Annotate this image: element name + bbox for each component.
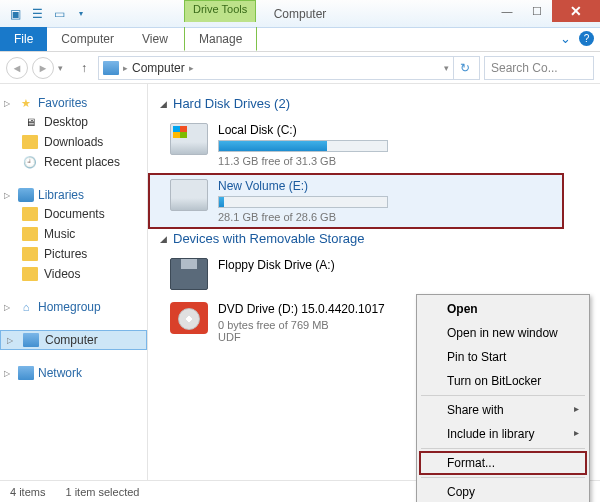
- close-button[interactable]: ✕: [552, 0, 600, 22]
- dvd-icon: [170, 302, 208, 334]
- ctx-copy[interactable]: Copy: [419, 480, 587, 502]
- title-bar: ▣ ☰ ▭ ▾ Drive Tools Computer — ☐ ✕: [0, 0, 600, 28]
- recent-icon: 🕘: [22, 155, 38, 169]
- ribbon-expand-icon[interactable]: ⌄: [560, 31, 571, 46]
- breadcrumb[interactable]: ▸ Computer ▸ ▾ ↻: [98, 56, 480, 80]
- nav-libraries[interactable]: ▷Libraries: [0, 186, 147, 204]
- status-selected: 1 item selected: [65, 486, 139, 498]
- context-menu: Open Open in new window Pin to Start Tur…: [416, 294, 590, 502]
- tab-manage[interactable]: Manage: [184, 27, 257, 51]
- computer-icon: [103, 61, 119, 75]
- nav-homegroup[interactable]: ▷⌂Homegroup: [0, 298, 147, 316]
- maximize-button[interactable]: ☐: [522, 0, 552, 22]
- newfolder-icon[interactable]: ▭: [50, 5, 68, 23]
- address-bar: ◄ ► ▾ ↑ ▸ Computer ▸ ▾ ↻ Search Co...: [0, 52, 600, 84]
- drive-name: Floppy Disk Drive (A:): [218, 258, 584, 272]
- nav-item-pictures[interactable]: Pictures: [0, 244, 147, 264]
- chevron-right-icon: ▸: [123, 63, 128, 73]
- separator: [421, 395, 585, 396]
- separator: [421, 448, 585, 449]
- desktop-icon: 🖥: [22, 115, 38, 129]
- drive-name: New Volume (E:): [218, 179, 556, 193]
- drive-new-volume-e[interactable]: New Volume (E:) 28.1 GB free of 28.6 GB: [148, 173, 564, 229]
- separator: [421, 477, 585, 478]
- nav-item-videos[interactable]: Videos: [0, 264, 147, 284]
- star-icon: ★: [18, 96, 34, 110]
- folder-icon: [22, 135, 38, 149]
- nav-favorites[interactable]: ▷★Favorites: [0, 94, 147, 112]
- nav-network[interactable]: ▷Network: [0, 364, 147, 382]
- drive-floppy-a[interactable]: Floppy Disk Drive (A:): [148, 252, 592, 296]
- ctx-bitlocker[interactable]: Turn on BitLocker: [419, 369, 587, 393]
- collapse-icon: ◢: [160, 234, 167, 244]
- hdd-icon: [170, 179, 208, 211]
- ctx-include-library[interactable]: Include in library: [419, 422, 587, 446]
- up-button[interactable]: ↑: [74, 58, 94, 78]
- collapse-icon: ◢: [160, 99, 167, 109]
- qat-dropdown-icon[interactable]: ▾: [72, 5, 90, 23]
- quick-access-toolbar: ▣ ☰ ▭ ▾: [0, 5, 90, 23]
- ctx-share-with[interactable]: Share with: [419, 398, 587, 422]
- forward-button[interactable]: ►: [32, 57, 54, 79]
- nav-item-computer[interactable]: ▷Computer: [0, 330, 147, 350]
- chevron-right-icon: ▸: [189, 63, 194, 73]
- drive-free: 11.3 GB free of 31.3 GB: [218, 155, 584, 167]
- section-removable-storage[interactable]: ◢Devices with Removable Storage: [148, 229, 592, 252]
- nav-item-music[interactable]: Music: [0, 224, 147, 244]
- drive-tools-contextual-tab: Drive Tools: [184, 0, 256, 22]
- tab-view[interactable]: View: [128, 27, 182, 51]
- help-icon[interactable]: ?: [579, 31, 594, 46]
- dropdown-icon[interactable]: ▾: [444, 63, 449, 73]
- back-button[interactable]: ◄: [6, 57, 28, 79]
- search-input[interactable]: Search Co...: [484, 56, 594, 80]
- drive-name: Local Disk (C:): [218, 123, 584, 137]
- ctx-open-new-window[interactable]: Open in new window: [419, 321, 587, 345]
- tab-file[interactable]: File: [0, 27, 47, 51]
- ctx-open[interactable]: Open: [419, 297, 587, 321]
- ribbon-tabs: File Computer View Manage ⌄ ?: [0, 28, 600, 52]
- refresh-icon[interactable]: ↻: [453, 57, 475, 79]
- breadcrumb-item[interactable]: Computer: [132, 61, 185, 75]
- nav-item-downloads[interactable]: Downloads: [0, 132, 147, 152]
- properties-icon[interactable]: ☰: [28, 5, 46, 23]
- libraries-icon: [18, 188, 34, 202]
- tab-computer[interactable]: Computer: [47, 27, 128, 51]
- documents-icon: [22, 207, 38, 221]
- music-icon: [22, 227, 38, 241]
- section-hard-disk-drives[interactable]: ◢Hard Disk Drives (2): [148, 94, 592, 117]
- homegroup-icon: ⌂: [18, 300, 34, 314]
- ctx-pin-to-start[interactable]: Pin to Start: [419, 345, 587, 369]
- window-buttons: — ☐ ✕: [492, 0, 600, 22]
- navigation-pane: ▷★Favorites 🖥Desktop Downloads 🕘Recent p…: [0, 84, 148, 480]
- content-pane: ◢Hard Disk Drives (2) Local Disk (C:) 11…: [148, 84, 600, 480]
- space-bar: [218, 140, 388, 152]
- folder-icon: ▣: [6, 5, 24, 23]
- history-dropdown-icon[interactable]: ▾: [58, 63, 70, 73]
- network-icon: [18, 366, 34, 380]
- hdd-icon: [170, 123, 208, 155]
- space-bar: [218, 196, 388, 208]
- computer-icon: [23, 333, 39, 347]
- videos-icon: [22, 267, 38, 281]
- window-title: Computer: [274, 7, 327, 21]
- drive-free: 28.1 GB free of 28.6 GB: [218, 211, 556, 223]
- ctx-format[interactable]: Format...: [419, 451, 587, 475]
- drive-local-disk-c[interactable]: Local Disk (C:) 11.3 GB free of 31.3 GB: [148, 117, 592, 173]
- nav-item-documents[interactable]: Documents: [0, 204, 147, 224]
- nav-item-recent[interactable]: 🕘Recent places: [0, 152, 147, 172]
- minimize-button[interactable]: —: [492, 0, 522, 22]
- pictures-icon: [22, 247, 38, 261]
- status-item-count: 4 items: [10, 486, 45, 498]
- floppy-icon: [170, 258, 208, 290]
- nav-item-desktop[interactable]: 🖥Desktop: [0, 112, 147, 132]
